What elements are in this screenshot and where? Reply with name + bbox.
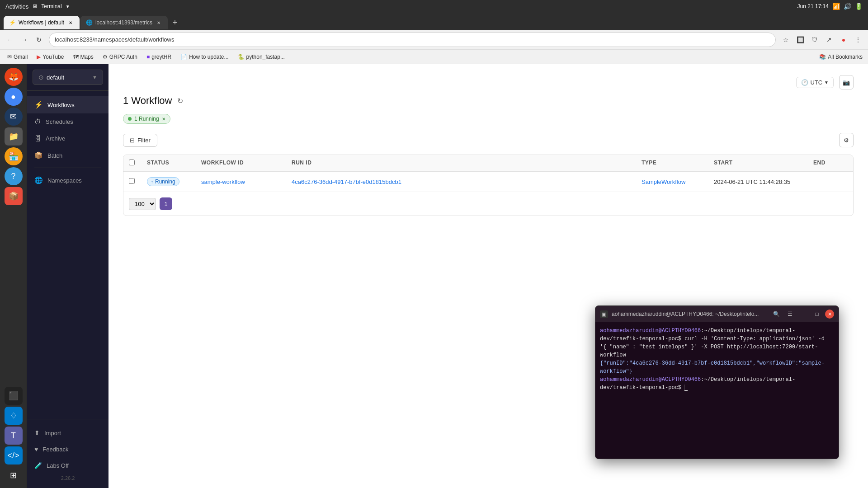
reload-button[interactable]: ↻ — [33, 33, 45, 46]
terminal-body[interactable]: aohammedazharuddin@ACLPTHYD0466:~/Deskto… — [595, 322, 839, 459]
run-id-link[interactable]: 4ca6c276-36dd-4917-b7bf-e0d1815bdcb1 — [292, 178, 401, 185]
os-terminal-icon[interactable]: ⬛ — [5, 387, 23, 405]
header-workflow-id: Workflow ID — [196, 155, 286, 171]
all-bookmarks[interactable]: 📚 All Bookmarks — [819, 54, 863, 60]
terminal-close-button[interactable]: ✕ — [825, 310, 834, 319]
sidebar-nav: ⚡ Workflows ⏱ Schedules 🗄 Archive 📦 Batc… — [27, 91, 108, 419]
os-grid-icon[interactable]: ⊞ — [5, 466, 23, 484]
bookmark-youtube[interactable]: ▶ YouTube — [35, 53, 66, 61]
archive-icon: 🗄 — [34, 135, 41, 142]
all-bookmarks-label: All Bookmarks — [828, 54, 863, 60]
bookmark-python-label: python_fastap... — [246, 54, 285, 60]
sidebar-item-feedback[interactable]: ♥ Feedback — [27, 441, 108, 457]
extension-btn5[interactable]: ⋮ — [852, 33, 864, 46]
page-1-button[interactable]: 1 — [160, 197, 172, 210]
sidebar-item-batch[interactable]: 📦 Batch — [27, 147, 108, 164]
terminal-prompt-1: aohammedazharuddin@ACLPTHYD0466 — [600, 328, 701, 334]
namespace-icon: ⊙ — [38, 74, 44, 81]
row-run-id: 4ca6c276-36dd-4917-b7bf-e0d1815bdcb1 — [286, 173, 636, 191]
activities-label[interactable]: Activities — [5, 3, 28, 10]
header-type: Type — [636, 155, 708, 171]
os-software-icon[interactable]: 🏪 — [5, 147, 23, 165]
tab-workflows[interactable]: ⚡ Workflows | default ✕ — [4, 16, 80, 29]
bookmark-greyhr[interactable]: ■ greytHR — [145, 53, 173, 61]
refresh-button[interactable]: ↻ — [177, 97, 183, 105]
forward-button[interactable]: → — [18, 33, 31, 46]
bookmark-python[interactable]: 🐍 python_fastap... — [236, 53, 287, 61]
terminal-cursor: █ — [684, 385, 688, 391]
back-button[interactable]: ← — [4, 33, 16, 46]
bookmark-gmail[interactable]: ✉ Gmail — [5, 53, 29, 61]
sidebar-batch-label: Batch — [47, 152, 62, 159]
bookmark-greyhr-icon: ■ — [146, 54, 150, 60]
filter-button[interactable]: ⊟ Filter — [123, 134, 157, 147]
bookmark-howto[interactable]: 📄 How to update... — [179, 53, 230, 61]
tab-metrics[interactable]: 🌐 localhost:41393/metrics ✕ — [80, 16, 168, 29]
terminal-label[interactable]: Terminal — [41, 3, 61, 9]
terminal-menu-button[interactable]: ☰ — [784, 309, 795, 319]
os-vscode2-icon[interactable]: </> — [5, 446, 23, 465]
sound-icon[interactable]: 🔊 — [844, 3, 851, 10]
extension-btn1[interactable]: 🔲 — [794, 33, 807, 46]
os-mail-icon[interactable]: ✉ — [5, 108, 23, 126]
extension-btn3[interactable]: ↗ — [823, 33, 835, 46]
bookmark-howto-label: How to update... — [189, 54, 228, 60]
os-help-icon[interactable]: ? — [5, 167, 23, 185]
bookmark-maps[interactable]: 🗺 Maps — [71, 53, 95, 61]
bookmark-greyhr-label: greytHR — [151, 54, 171, 60]
address-bar[interactable]: localhost:8233/namespaces/default/workfl… — [49, 33, 776, 47]
row-end — [808, 176, 853, 187]
tab-metrics-label: localhost:41393/metrics — [95, 19, 152, 26]
bookmarks-bar: ✉ Gmail ▶ YouTube 🗺 Maps ⚙ GRPC Auth ■ g… — [0, 50, 868, 64]
workflow-table: Status Workflow ID Run ID Type Start End… — [123, 155, 854, 216]
sidebar-workflows-label: Workflows — [47, 102, 75, 108]
header-end: End — [808, 155, 853, 171]
bookmark-star[interactable]: ☆ — [779, 33, 792, 46]
os-files-icon[interactable]: 📁 — [5, 127, 23, 145]
bookmark-howto-icon: 📄 — [180, 54, 187, 60]
tab-workflows-close[interactable]: ✕ — [67, 19, 74, 26]
bookmark-maps-label: Maps — [80, 54, 94, 60]
terminal-minimize-button[interactable]: _ — [798, 309, 809, 319]
page-title: 1 Workflow — [123, 95, 172, 107]
select-all-checkbox[interactable] — [129, 160, 135, 165]
sidebar-item-import[interactable]: ⬆ Import — [27, 425, 108, 441]
running-badge-filter-icon: ✕ — [162, 117, 165, 122]
os-appstore-icon[interactable]: 📦 — [5, 187, 23, 205]
utc-selector[interactable]: 🕐 UTC ▼ — [796, 77, 834, 88]
sidebar-item-archive[interactable]: 🗄 Archive — [27, 130, 108, 147]
os-firefox-icon[interactable]: 🦊 — [5, 68, 23, 86]
workflow-id-link[interactable]: sample-workflow — [201, 178, 245, 185]
running-badge[interactable]: 1 Running ✕ — [123, 114, 170, 124]
terminal-maximize-button[interactable]: □ — [811, 309, 822, 319]
terminal-dropdown[interactable]: ▼ — [66, 4, 70, 9]
bookmark-grpc[interactable]: ⚙ GRPC Auth — [101, 53, 139, 61]
os-chrome-icon[interactable]: ● — [5, 88, 23, 106]
sidebar-item-labs[interactable]: 🧪 Labs Off — [27, 457, 108, 474]
battery-icon: 🔋 — [855, 3, 863, 10]
terminal-search-button[interactable]: 🔍 — [771, 309, 782, 319]
new-tab-button[interactable]: + — [169, 16, 181, 29]
sidebar-item-workflows[interactable]: ⚡ Workflows — [27, 96, 108, 113]
row-checkbox[interactable] — [129, 178, 135, 184]
tab-workflows-label: Workflows | default — [19, 19, 64, 26]
extension-btn4[interactable]: ● — [837, 33, 850, 46]
clock-icon: 🕐 — [801, 79, 808, 86]
tab-metrics-close[interactable]: ✕ — [155, 19, 162, 26]
table-settings-button[interactable]: ⚙ — [839, 133, 854, 147]
sidebar-item-namespaces[interactable]: 🌐 Namespaces — [27, 172, 108, 189]
terminal-title-left: ▣ aohammedazharuddin@ACLPTHYD0466: ~/Des… — [600, 310, 759, 318]
os-teams-icon[interactable]: T — [5, 427, 23, 445]
camera-btn[interactable]: 📷 — [839, 75, 854, 89]
row-checkbox-cell — [123, 173, 142, 191]
sidebar-item-schedules[interactable]: ⏱ Schedules — [27, 113, 108, 130]
type-link[interactable]: SampleWorkflow — [642, 178, 685, 185]
namespace-dropdown[interactable]: ⊙ default ▼ — [33, 70, 103, 85]
per-page-select[interactable]: 100 50 20 — [129, 198, 156, 210]
row-running-icon: ↑ — [151, 179, 153, 184]
os-vscode-icon[interactable]: ♢ — [5, 407, 23, 425]
row-status-label: Running — [155, 178, 175, 185]
nav-bar: ← → ↻ localhost:8233/namespaces/default/… — [0, 30, 868, 50]
utc-chevron-icon: ▼ — [824, 80, 829, 85]
extension-btn2[interactable]: 🛡 — [808, 33, 821, 46]
